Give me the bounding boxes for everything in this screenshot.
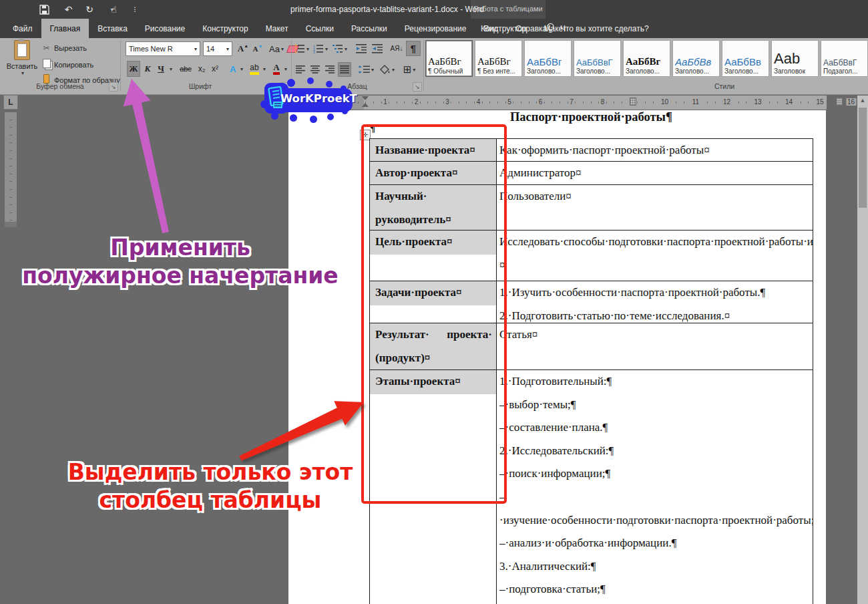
borders-dropdown-icon[interactable]: ▾ [413, 67, 415, 73]
line-spacing-dropdown-icon[interactable]: ▾ [371, 67, 374, 73]
table-row[interactable]: Задачи·проекта¤1.·Изучить·особенности·па… [370, 281, 813, 323]
underline-dropdown-icon[interactable]: ▾ [167, 61, 174, 77]
table-row[interactable]: Автор·проекта¤Администратор¤ [370, 162, 813, 185]
strikethrough-button[interactable]: abc [178, 61, 194, 77]
table-row[interactable]: Цель·проекта¤Исследовать·способы·подгото… [370, 231, 813, 281]
table-label-cell[interactable]: Задачи·проекта¤ [370, 281, 497, 323]
paste-button[interactable]: Вставить ▾ [5, 40, 39, 82]
contextual-tab-Конструктор[interactable]: Конструктор [472, 19, 535, 38]
tab-Файл[interactable]: Файл [4, 19, 41, 38]
highlight-button[interactable]: ab [247, 61, 262, 77]
paste-dropdown-icon[interactable]: ▾ [21, 70, 24, 76]
table-row[interactable]: Научный·руководитель¤Пользователи¤ [370, 185, 813, 231]
table-column-marker[interactable] [630, 98, 636, 106]
show-marks-button[interactable]: ¶ [406, 41, 421, 56]
vertical-ruler[interactable] [5, 112, 17, 227]
style-item[interactable]: AabЗаголовок [771, 40, 819, 77]
paragraph-dialog-launcher-icon[interactable]: ↘ [413, 82, 422, 92]
table-label-cell[interactable]: Результат· проекта·(продукт)¤ [370, 323, 497, 369]
undo-dropdown-icon[interactable]: ▾ [66, 7, 69, 13]
table-row[interactable]: Этапы·проекта¤1.·Подготовительный:¶–·выб… [370, 370, 813, 604]
tab-Рисование[interactable]: Рисование [136, 19, 194, 38]
subscript-button[interactable]: x₂ [195, 61, 208, 77]
multilevel-dropdown-icon[interactable]: ▾ [345, 46, 347, 52]
align-right-button[interactable] [323, 62, 337, 77]
document-page[interactable]: Паспорт·проектной·работы¶ ¶ ✛ Название·п… [288, 110, 826, 604]
style-item[interactable]: АаБбВг¶ Обычный [425, 40, 473, 77]
table-content-cell[interactable]: Пользователи¤ [497, 185, 813, 230]
hanging-indent-marker[interactable] [362, 103, 369, 107]
font-name-dropdown-icon[interactable]: ▾ [194, 46, 197, 52]
touch-mode-dropdown-icon[interactable]: ▾ [111, 7, 114, 13]
line-spacing-button[interactable]: ▾ [357, 62, 375, 77]
style-item[interactable]: АаБбВгЗаголово... [623, 40, 670, 77]
table-content-cell[interactable]: 1.·Изучить·особенности·паспорта·проектно… [497, 281, 813, 323]
tab-Макет[interactable]: Макет [257, 19, 297, 38]
table-content-cell[interactable]: Как·оформить·паспорт·проектной·работы¤ [497, 139, 813, 161]
decrease-indent-button[interactable] [354, 42, 369, 55]
table-column-marker[interactable] [836, 98, 843, 106]
tab-Рецензирование[interactable]: Рецензирование [396, 19, 475, 38]
touch-mode-icon[interactable]: ☝▾ [105, 3, 119, 16]
scrollbar-thumb[interactable] [859, 108, 867, 208]
font-color-dropdown-icon[interactable]: ▾ [282, 61, 288, 77]
align-center-button[interactable] [308, 62, 322, 77]
align-left-button[interactable] [294, 62, 307, 77]
style-item[interactable]: АаБбВвГЗаголово... [574, 40, 621, 77]
table-content-cell[interactable]: Исследовать·способы·подготовки·паспорта·… [497, 231, 813, 281]
style-item[interactable]: АаБбВгЗаголово... [524, 40, 572, 77]
table-label-cell[interactable]: Этапы·проекта¤ [370, 370, 497, 604]
change-case-dropdown-icon[interactable]: ▾ [281, 46, 284, 52]
bullets-dropdown-icon[interactable]: ▾ [306, 46, 309, 52]
table-label-cell[interactable]: Цель·проекта¤ [370, 231, 497, 281]
numbering-dropdown-icon[interactable]: ▾ [325, 46, 328, 52]
customize-quick-access-icon[interactable]: ᎒ [128, 3, 142, 16]
superscript-button[interactable]: x² [208, 61, 222, 77]
table-content-cell[interactable]: 1.·Подготовительный:¶–·выбор·темы;¶–·сос… [497, 370, 813, 604]
passport-table[interactable]: Название·проекта¤Как·оформить·паспорт·пр… [369, 138, 813, 604]
shrink-font-button[interactable]: А▼ [251, 42, 264, 55]
bold-button[interactable]: Ж [127, 61, 140, 77]
horizontal-ruler[interactable]: 1234567891011121314151617 [288, 96, 827, 110]
clipboard-dialog-launcher-icon[interactable]: ↘ [109, 82, 118, 92]
highlight-dropdown-icon[interactable]: ▾ [260, 61, 267, 77]
table-label-cell[interactable]: Название·проекта¤ [370, 139, 497, 161]
table-row[interactable]: Название·проекта¤Как·оформить·паспорт·пр… [370, 139, 813, 162]
font-name-combo[interactable]: Times New R ▾ [126, 41, 200, 56]
shading-button[interactable]: ▾ [378, 62, 397, 77]
underline-button[interactable]: Ч [155, 61, 167, 77]
bullets-button[interactable]: ▾ [294, 42, 310, 55]
tell-me-box[interactable]: Что вы хотите сделать? [546, 19, 649, 38]
tab-Главная[interactable]: Главная [41, 19, 89, 38]
grow-font-button[interactable]: А▲ [236, 42, 250, 55]
cut-button[interactable]: ✂ Вырезать [41, 43, 87, 53]
font-size-combo[interactable]: 14 ▾ [203, 41, 232, 56]
table-label-cell[interactable]: Научный·руководитель¤ [370, 185, 497, 230]
text-effects-dropdown-icon[interactable]: ▾ [238, 61, 244, 77]
table-row[interactable]: Результат· проекта·(продукт)¤Статья¤ [370, 323, 813, 370]
numbering-button[interactable]: 123▾ [312, 42, 329, 55]
increase-indent-button[interactable] [370, 42, 385, 55]
borders-button[interactable]: ⊞▾ [399, 62, 419, 77]
style-item[interactable]: АаБбВвГПодзагол... [821, 40, 868, 77]
style-item[interactable]: АаБбВг¶ Без инте... [475, 40, 522, 77]
style-item[interactable]: АаБбВвЗаголово... [722, 40, 769, 77]
first-line-indent-marker[interactable] [362, 96, 369, 100]
tab-Конструктор[interactable]: Конструктор [194, 19, 256, 38]
tab-Вставка[interactable]: Вставка [89, 19, 136, 38]
multilevel-list-button[interactable]: ▾ [331, 42, 349, 55]
copy-button[interactable]: Копировать [41, 59, 93, 70]
italic-button[interactable]: К [142, 61, 154, 77]
save-icon[interactable] [37, 3, 51, 16]
sort-button[interactable]: АЯ↓ [389, 41, 405, 55]
font-size-dropdown-icon[interactable]: ▾ [226, 46, 229, 52]
table-content-cell[interactable]: Статья¤ [497, 323, 813, 369]
change-case-button[interactable]: Aa▾ [267, 42, 286, 55]
shading-dropdown-icon[interactable]: ▾ [392, 67, 395, 73]
tab-stop-selector[interactable]: L [3, 95, 18, 110]
undo-icon[interactable]: ↶▾ [60, 3, 73, 16]
font-dialog-launcher-icon[interactable]: ↘ [280, 82, 290, 92]
table-label-cell[interactable]: Автор·проекта¤ [370, 162, 497, 184]
tab-Рассылки[interactable]: Рассылки [343, 19, 396, 38]
style-item[interactable]: АаБбВвЗаголово... [672, 40, 720, 77]
